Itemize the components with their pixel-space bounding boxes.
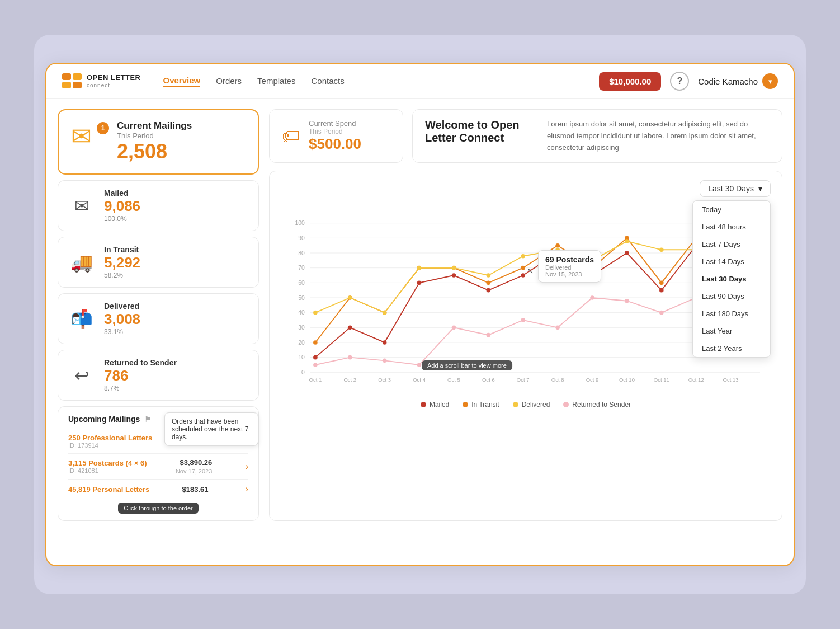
y-axis: 0 10 20 30 40 50 bbox=[295, 220, 760, 376]
upcoming-item-1-date: Nov 17, 2023 bbox=[176, 468, 212, 475]
logo-text-top: OPEN LETTER bbox=[87, 74, 141, 82]
mailed-pct: 100.0% bbox=[104, 215, 140, 223]
delivered-dot-4 bbox=[452, 266, 456, 270]
upcoming-tooltip-icon[interactable]: ⚑ bbox=[144, 415, 152, 424]
spend-period: This Period bbox=[309, 128, 361, 135]
spend-value: $500.00 bbox=[309, 135, 361, 153]
logo-text-bottom: connect bbox=[87, 82, 141, 88]
mailed-dot-2 bbox=[383, 341, 387, 345]
legend-returned-dot bbox=[563, 402, 569, 407]
date-range-label: Last 30 Days bbox=[708, 184, 754, 193]
upcoming-item-1-id: ID: 421081 bbox=[68, 467, 147, 474]
dropdown-14d[interactable]: Last 14 Days bbox=[693, 253, 770, 270]
chart-container: Last 30 Days ▾ Today Last 48 hours Last … bbox=[269, 171, 782, 521]
returned-pct: 8.7% bbox=[104, 384, 177, 392]
svg-text:Oct 5: Oct 5 bbox=[447, 377, 460, 383]
upcoming-item-1-price: $3,890.26 bbox=[180, 458, 212, 467]
transit-dot-5 bbox=[487, 281, 491, 285]
upcoming-item-1-left: 3,115 Postcards (4 × 6) ID: 421081 bbox=[68, 459, 147, 474]
spend-icon: 🏷 bbox=[282, 126, 300, 147]
upcoming-item-2-left: 45,819 Personal Letters bbox=[68, 485, 149, 494]
svg-text:Oct 4: Oct 4 bbox=[413, 377, 426, 383]
dropdown-7d[interactable]: Last 7 Days bbox=[693, 236, 770, 253]
upcoming-item-2-price: $183.61 bbox=[182, 485, 208, 494]
mailed-dot-4 bbox=[452, 274, 456, 278]
legend-returned: Returned to Sender bbox=[563, 401, 631, 409]
upcoming-item-1[interactable]: 3,115 Postcards (4 × 6) ID: 421081 $3,89… bbox=[68, 454, 248, 480]
dropdown-180d[interactable]: Last 180 Days bbox=[693, 305, 770, 322]
in-transit-content: In Transit 5,292 58.2% bbox=[104, 245, 140, 279]
welcome-body: Lorem ipsum dolor sit amet, consectetur … bbox=[547, 119, 770, 153]
user-area[interactable]: Codie Kamacho ▾ bbox=[698, 73, 778, 89]
dropdown-30d[interactable]: Last 30 Days bbox=[693, 270, 770, 288]
svg-text:Oct 10: Oct 10 bbox=[619, 377, 635, 383]
delivered-dot-10 bbox=[659, 248, 664, 252]
svg-text:Oct 3: Oct 3 bbox=[378, 377, 391, 383]
returned-dot-9 bbox=[625, 299, 629, 303]
mailed-value: 9,086 bbox=[104, 198, 140, 215]
series-returned bbox=[315, 298, 731, 365]
transit-dot-10 bbox=[659, 281, 664, 285]
returned-dot-6 bbox=[521, 318, 525, 323]
nav-overview[interactable]: Overview bbox=[163, 76, 201, 87]
svg-text:60: 60 bbox=[298, 280, 305, 287]
dropdown-2y[interactable]: Last 2 Years bbox=[693, 340, 770, 357]
user-chevron-icon[interactable]: ▾ bbox=[762, 73, 778, 89]
svg-text:30: 30 bbox=[298, 325, 305, 331]
legend-transit-label: In Transit bbox=[471, 401, 499, 409]
delivered-dot-9 bbox=[625, 240, 629, 244]
svg-text:90: 90 bbox=[298, 236, 305, 242]
logo-sq2 bbox=[73, 73, 82, 80]
dropdown-today[interactable]: Today bbox=[693, 201, 770, 218]
legend-delivered-dot bbox=[513, 402, 518, 407]
current-mailings-title: Current Mailings bbox=[117, 120, 192, 132]
budget-button[interactable]: $10,000.00 bbox=[599, 72, 661, 91]
help-button[interactable]: ? bbox=[670, 72, 689, 91]
svg-text:70: 70 bbox=[298, 265, 305, 271]
current-mailings-info: Current Mailings This Period 2,508 bbox=[117, 120, 192, 163]
logo: OPEN LETTER connect bbox=[62, 73, 141, 89]
upcoming-item-0-id: ID: 173914 bbox=[68, 442, 152, 449]
returned-dot-2 bbox=[383, 359, 387, 363]
logo-sq3 bbox=[62, 82, 71, 88]
delivered-dot-0 bbox=[313, 311, 318, 315]
legend-mailed-label: Mailed bbox=[430, 401, 449, 409]
delivered-content: Delivered 3,008 33.1% bbox=[104, 302, 140, 336]
returned-icon: ↩ bbox=[68, 365, 95, 386]
in-transit-value: 5,292 bbox=[104, 254, 140, 271]
svg-text:Oct 12: Oct 12 bbox=[688, 377, 704, 383]
spend-info: Current Spend This Period $500.00 bbox=[309, 119, 361, 153]
svg-text:100: 100 bbox=[295, 220, 305, 227]
upcoming-mailings-section: Upcoming Mailings ⚑ 250 Professional Let… bbox=[58, 406, 259, 521]
dropdown-48h[interactable]: Last 48 hours bbox=[693, 218, 770, 236]
welcome-title: Welcome to Open Letter Connect bbox=[425, 119, 537, 144]
transit-dot-0 bbox=[313, 341, 318, 345]
dropdown-1y[interactable]: Last Year bbox=[693, 322, 770, 340]
upcoming-item-0-left: 250 Professional Letters ID: 173914 bbox=[68, 434, 152, 449]
svg-text:80: 80 bbox=[298, 250, 305, 256]
upcoming-title: Upcoming Mailings bbox=[68, 415, 140, 424]
upcoming-tooltip-bubble: Orders that have been scheduled over the… bbox=[164, 412, 258, 446]
nav-orders[interactable]: Orders bbox=[216, 76, 242, 87]
returned-dot-1 bbox=[348, 355, 352, 360]
nav-contacts[interactable]: Contacts bbox=[311, 76, 344, 87]
dropdown-90d[interactable]: Last 90 Days bbox=[693, 288, 770, 305]
upcoming-item-1-arrow-icon: › bbox=[246, 462, 248, 472]
mailed-label: Mailed bbox=[104, 189, 140, 198]
mailed-dot-9 bbox=[625, 251, 629, 256]
svg-text:Oct 8: Oct 8 bbox=[551, 377, 564, 383]
chart-header: Last 30 Days ▾ Today Last 48 hours Last … bbox=[281, 180, 771, 197]
returned-dot-3 bbox=[417, 363, 422, 368]
left-panel: ✉ 1 Current Mailings This Period 2,508 ✉… bbox=[58, 109, 259, 521]
upcoming-item-2[interactable]: 45,819 Personal Letters $183.61 › bbox=[68, 480, 248, 499]
mailed-dot-5 bbox=[487, 288, 491, 293]
nav-templates[interactable]: Templates bbox=[257, 76, 295, 87]
date-range-button[interactable]: Last 30 Days ▾ bbox=[700, 180, 771, 197]
current-mailings-value: 2,508 bbox=[117, 140, 192, 163]
returned-dot-8 bbox=[590, 296, 594, 301]
nav-links: Overview Orders Templates Contacts bbox=[163, 76, 345, 87]
mailed-dot-8 bbox=[590, 274, 594, 278]
svg-text:0: 0 bbox=[301, 370, 305, 376]
returned-dot-0 bbox=[313, 363, 318, 368]
current-spend-card: 🏷 Current Spend This Period $500.00 bbox=[269, 109, 403, 163]
